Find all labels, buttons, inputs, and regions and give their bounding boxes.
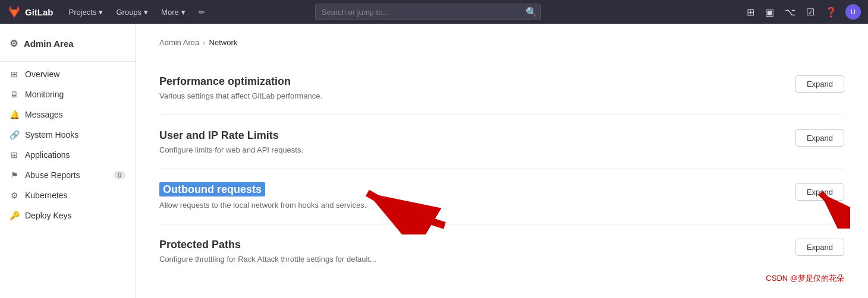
sidebar-item-messages[interactable]: 🔔 Messages [0,104,135,125]
search-icon[interactable]: 🔍 [526,7,537,18]
performance-info: Performance optimization Various setting… [159,75,795,100]
breadcrumb-admin-link[interactable]: Admin Area [159,38,199,47]
rate-limits-title: User and IP Rate Limits [159,129,772,142]
sidebar-item-abuse-reports[interactable]: ⚑ Abuse Reports 0 [0,165,135,185]
nav-edit-icon-btn[interactable]: ✏ [193,5,211,19]
merge-requests-icon[interactable]: ⌥ [782,4,798,20]
new-item-icon[interactable]: ⊞ [744,4,757,20]
watermark: CSDN @梦是仅的花朵 [766,273,844,284]
rate-limits-info: User and IP Rate Limits Configure limits… [159,129,795,154]
rate-limits-section: User and IP Rate Limits Configure limits… [159,115,844,169]
chevron-down-icon: ▾ [181,8,185,17]
cog-icon: ⚙ [10,191,19,200]
chevron-down-icon: ▾ [144,8,148,17]
pencil-icon: ✏ [199,8,205,17]
sidebar: ⚙ Admin Area ⊞ Overview 🖥 Monitoring 🔔 M… [0,24,136,298]
nav-projects[interactable]: Projects ▾ [63,5,109,19]
nav-links: Projects ▾ Groups ▾ More ▾ ✏ [63,5,211,19]
protected-paths-expand-button[interactable]: Expand [795,239,844,256]
todos-icon[interactable]: ☑ [804,4,817,20]
nav-more[interactable]: More ▾ [155,5,191,19]
sidebar-item-monitoring[interactable]: 🖥 Monitoring [0,84,135,104]
breadcrumb-current: Network [209,38,238,47]
sidebar-item-applications[interactable]: ⊞ Applications [0,145,135,165]
protected-paths-section: Protected Paths Configure throttling for… [159,224,844,278]
performance-desc: Various settings that affect GitLab perf… [159,91,772,100]
layout: ⚙ Admin Area ⊞ Overview 🖥 Monitoring 🔔 M… [0,24,868,298]
gitlab-logo-icon [7,5,21,19]
sidebar-divider [0,61,135,62]
grid-icon: ⊞ [10,69,19,79]
sidebar-item-overview[interactable]: ⊞ Overview [0,64,135,84]
protected-paths-info: Protected Paths Configure throttling for… [159,239,795,264]
avatar[interactable]: U [845,4,861,20]
rate-limits-expand-button[interactable]: Expand [795,129,844,147]
rate-limits-desc: Configure limits for web and API request… [159,145,772,154]
link-icon: 🔗 [10,130,19,140]
performance-title: Performance optimization [159,75,772,88]
nav-groups[interactable]: Groups ▾ [110,5,154,19]
flag-icon: ⚑ [10,170,19,180]
chevron-down-icon: ▾ [99,8,103,17]
breadcrumb-separator: › [203,38,205,47]
performance-section: Performance optimization Various setting… [159,61,844,115]
sidebar-item-system-hooks[interactable]: 🔗 System Hooks [0,125,135,145]
sidebar-header: ⚙ Admin Area [0,33,135,59]
help-icon[interactable]: ❓ [823,4,839,20]
sidebar-item-deploy-keys[interactable]: 🔑 Deploy Keys [0,205,135,226]
performance-expand-button[interactable]: Expand [795,75,844,93]
outbound-title: Outbound requests [159,183,772,196]
search-bar: 🔍 [315,4,541,20]
top-navbar: GitLab Projects ▾ Groups ▾ More ▾ ✏ 🔍 ⊞ … [0,0,868,24]
sidebar-item-kubernetes[interactable]: ⚙ Kubernetes [0,185,135,205]
main-content: Admin Area › Network Performance optimiz… [136,24,868,298]
monitor-icon: 🖥 [10,90,19,99]
outbound-section: Outbound requests Allow requests to the … [159,169,844,224]
outbound-expand-button[interactable]: Expand [795,183,844,201]
key-icon: 🔑 [10,211,19,220]
brand[interactable]: GitLab [7,5,54,19]
protected-paths-title: Protected Paths [159,239,772,251]
bell-icon: 🔔 [10,110,19,119]
admin-icon: ⚙ [10,38,18,49]
navbar-right: ⊞ ▣ ⌥ ☑ ❓ U [744,4,861,20]
activity-icon[interactable]: ▣ [763,4,776,20]
protected-paths-desc: Configure throttling for Rack Attack thr… [159,255,772,264]
outbound-desc: Allow requests to the local network from… [159,201,772,210]
breadcrumb: Admin Area › Network [159,38,844,47]
apps-icon: ⊞ [10,150,19,160]
outbound-info: Outbound requests Allow requests to the … [159,183,795,210]
abuse-reports-badge: 0 [114,171,125,179]
search-input[interactable] [315,4,541,20]
